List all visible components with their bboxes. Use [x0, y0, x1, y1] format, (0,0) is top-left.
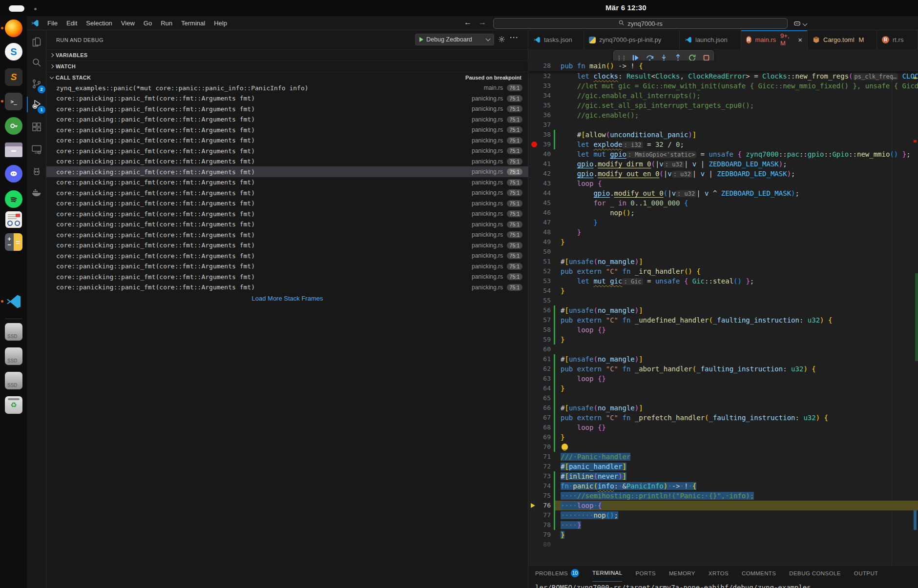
code-line-63[interactable]: 63 loop {} [528, 374, 918, 384]
dock-item-vscode[interactable] [5, 293, 22, 310]
stack-frame-row[interactable]: core::panicking::panic_fmt(core::fmt::Ar… [46, 177, 528, 188]
launch-settings-gear-icon[interactable] [498, 36, 505, 45]
dock-item-ssd-drive-1[interactable]: SSD [5, 323, 22, 341]
dock-item-file-manager[interactable] [5, 141, 22, 159]
dock-item-terminal[interactable]: >_ [5, 93, 22, 110]
code-line-65[interactable]: 65 [528, 393, 918, 403]
activity-robot-icon[interactable] [27, 162, 46, 182]
code-line-72[interactable]: 72#[panic_handler] [528, 462, 918, 471]
editor-tab-Cargo.toml[interactable]: Cargo.tomlM [808, 30, 877, 49]
stack-frame-row[interactable]: core::panicking::panic_fmt(core::fmt::Ar… [46, 198, 528, 209]
code-line-47[interactable]: 47 } [528, 218, 918, 227]
panel-tab-comments[interactable]: COMMENTS [742, 569, 776, 582]
dock-item-ssd-drive-2[interactable]: SSD [5, 347, 22, 365]
dock-item-firefox[interactable] [5, 20, 22, 37]
command-center-search[interactable]: zynq7000-rs [493, 18, 788, 29]
code-line-43[interactable]: 43 loop { [528, 179, 918, 188]
stack-frame-row[interactable]: core::panicking::panic_fmt(core::fmt::Ar… [46, 282, 528, 293]
sticky-code-line-28[interactable]: 28pub fn main() -> ! { [528, 61, 918, 71]
stack-frame-row[interactable]: core::panicking::panic_fmt(core::fmt::Ar… [46, 219, 528, 230]
menu-file[interactable]: File [43, 20, 62, 27]
code-line-53[interactable]: 53 let mut gic: Gic = unsafe { Gic::stea… [528, 276, 918, 286]
menu-terminal[interactable]: Terminal [177, 20, 209, 27]
stack-frame-row[interactable]: core::panicking::panic_fmt(core::fmt::Ar… [46, 103, 528, 114]
code-line-78[interactable]: 78····} [528, 520, 918, 530]
code-line-39[interactable]: 39 let explode: i32 = 32 / 0; [528, 140, 918, 149]
stack-frame-row[interactable]: core::panicking::panic_fmt(core::fmt::Ar… [46, 156, 528, 167]
views-more-actions-button[interactable]: ··· [510, 33, 519, 41]
code-line-51[interactable]: 51#[unsafe(no_mangle)] [528, 257, 918, 266]
callstack-section-header[interactable]: CALL STACK Paused on breakpoint [46, 72, 528, 83]
code-line-32[interactable]: 32 let clocks: Result<Clocks, ClockReadE… [528, 71, 918, 81]
close-icon[interactable]: × [798, 36, 802, 44]
stack-frame-row[interactable]: core::panicking::panic_fmt(core::fmt::Ar… [46, 93, 528, 104]
code-line-49[interactable]: 49} [528, 237, 918, 247]
code-line-66[interactable]: 66#[unsafe(no_mangle)] [528, 403, 918, 413]
code-line-38[interactable]: 38 #[allow(unconditional_panic)] [528, 130, 918, 140]
dock-item-sublime-text[interactable]: S [5, 68, 22, 86]
panel-tab-problems[interactable]: PROBLEMS10 [535, 569, 579, 582]
activity-extensions-icon[interactable] [27, 117, 46, 137]
menu-selection[interactable]: Selection [82, 20, 116, 27]
dock-item-spotify[interactable] [5, 190, 22, 208]
menu-edit[interactable]: Edit [62, 20, 82, 27]
stack-frame-row[interactable]: core::panicking::panic_fmt(core::fmt::Ar… [46, 261, 528, 272]
panel-tab-output[interactable]: OUTPUT [854, 569, 878, 582]
terminal-output-line[interactable]: ler/ROMEO/zynq7000-rs/target/armv7a-none… [535, 584, 811, 588]
code-line-60[interactable]: 60 [528, 345, 918, 354]
menu-view[interactable]: View [117, 20, 139, 27]
variables-section-header[interactable]: VARIABLES [46, 49, 528, 61]
menu-go[interactable]: Go [139, 20, 156, 27]
dock-item-document-viewer[interactable] [5, 211, 22, 228]
code-line-50[interactable]: 50 [528, 247, 918, 257]
stack-frame-row[interactable]: core::panicking::panic_fmt(core::fmt::Ar… [46, 250, 528, 261]
nav-back-button[interactable]: ← [464, 18, 472, 27]
code-line-42[interactable]: 42 gpio.modify_out_en_0(|v: u32| v | ZED… [528, 169, 918, 179]
code-line-54[interactable]: 54} [528, 286, 918, 296]
sticky-scroll-line[interactable]: 28pub fn main() -> ! { [528, 61, 918, 71]
code-line-69[interactable]: 69} [528, 432, 918, 442]
copilot-menu[interactable] [793, 19, 807, 29]
code-line-41[interactable]: 41 gpio.modify_dirm_0(|v: u32| v | ZEDBO… [528, 159, 918, 169]
panel-tab-terminal[interactable]: TERMINAL [592, 569, 622, 582]
dock-item-skype[interactable]: S [5, 43, 22, 61]
code-line-61[interactable]: 61#[unsafe(no_mangle)] [528, 354, 918, 364]
code-line-55[interactable]: 55 [528, 296, 918, 305]
code-line-58[interactable]: 58 loop {} [528, 325, 918, 335]
stack-frame-row[interactable]: core::panicking::panic_fmt(core::fmt::Ar… [46, 135, 528, 146]
code-line-70[interactable]: 70 [528, 442, 918, 452]
code-line-75[interactable]: 75····//semihosting::println!("Panic:·{}… [528, 491, 918, 501]
code-line-52[interactable]: 52pub extern "C" fn _irq_handler() { [528, 266, 918, 276]
code-line-48[interactable]: 48 } [528, 227, 918, 237]
editor-tab-rt.rs[interactable]: Rrt.rs [877, 30, 918, 49]
debug-play-icon[interactable] [419, 37, 423, 42]
code-line-67[interactable]: 67pub extern "C" fn _prefetch_handler(_f… [528, 413, 918, 423]
dock-item-calculator[interactable]: +−= [5, 233, 22, 251]
code-line-64[interactable]: 64} [528, 384, 918, 393]
menu-help[interactable]: Help [209, 20, 231, 27]
code-line-35[interactable]: 35 //gic.set_all_spi_interrupt_targets_c… [528, 101, 918, 110]
watch-section-header[interactable]: WATCH [46, 61, 528, 72]
panel-tab-debug-console[interactable]: DEBUG CONSOLE [789, 569, 841, 582]
dock-item-ssd-drive-3[interactable]: SSD [5, 372, 22, 389]
stack-frame-row[interactable]: core::panicking::panic_fmt(core::fmt::Ar… [46, 271, 528, 282]
activity-docker-icon[interactable] [27, 182, 46, 202]
stack-frame-row[interactable]: core::panicking::panic_fmt(core::fmt::Ar… [46, 166, 528, 177]
panel-tab-memory[interactable]: MEMORY [669, 569, 695, 582]
activity-remote-explorer-icon[interactable] [27, 140, 46, 159]
code-line-73[interactable]: 73#[inline(never)] [528, 471, 918, 481]
code-line-76[interactable]: 76····loop·{ [528, 501, 918, 510]
code-line-62[interactable]: 62pub extern "C" fn _abort_handler(_faul… [528, 364, 918, 374]
launch-config-select[interactable]: Debug Zedboard [415, 34, 494, 45]
activity-explorer-icon[interactable] [27, 32, 46, 52]
stack-frame-row[interactable]: core::panicking::panic_fmt(core::fmt::Ar… [46, 240, 528, 251]
panel-tab-xrtos[interactable]: XRTOS [709, 569, 729, 582]
code-line-40[interactable]: 40 let mut gpio: MmioGpio<'static> = uns… [528, 149, 918, 159]
code-line-74[interactable]: 74fn·panic(info:·&PanicInfo)·->·!·{ [528, 481, 918, 491]
stack-frame-row[interactable]: core::panicking::panic_fmt(core::fmt::Ar… [46, 114, 528, 125]
code-line-80[interactable]: 80 [528, 540, 918, 549]
code-line-33[interactable]: 33 //let mut gic = Gic::new_with_init(un… [528, 81, 918, 91]
nav-forward-button[interactable]: → [479, 18, 486, 27]
stack-frame-row[interactable]: core::panicking::panic_fmt(core::fmt::Ar… [46, 145, 528, 156]
editor-tab-launch.json[interactable]: launch.json [680, 30, 741, 49]
